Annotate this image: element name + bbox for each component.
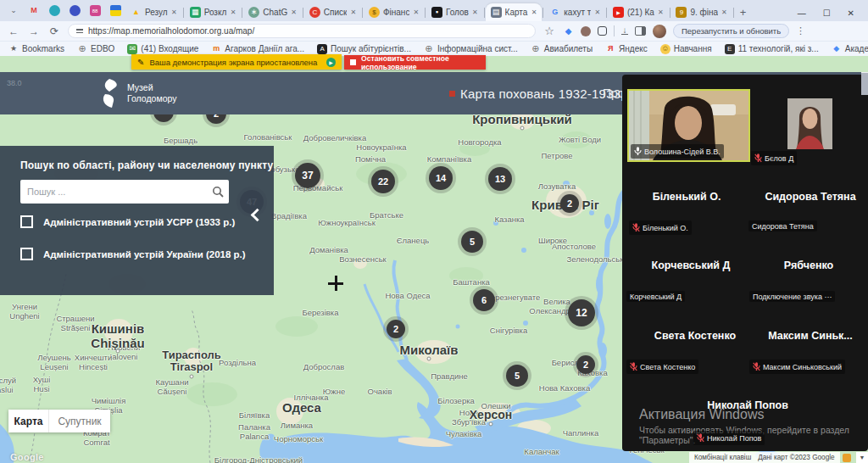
panel-collapse-chevron-icon[interactable]	[251, 209, 264, 222]
keyboard-shortcuts-link[interactable]: Комбінації клавіш	[694, 454, 751, 461]
pinned-tab[interactable]	[105, 2, 125, 20]
yt-icon: ▶	[613, 7, 624, 18]
forward-button[interactable]: →	[27, 25, 41, 37]
city-label: Вознесенськ	[339, 255, 387, 265]
checkbox-ukraine[interactable]	[20, 248, 33, 260]
tab-Резул[interactable]: ▲Резул✕	[125, 3, 182, 21]
burial-cluster-marker[interactable]: 2	[387, 320, 405, 338]
pinned-tab[interactable]	[64, 2, 85, 20]
tab-Голов[interactable]: ▪Голов✕	[426, 3, 483, 21]
tab-(21) Ка[interactable]: ▶(21) Ка✕	[608, 3, 669, 21]
burial-cluster-marker[interactable]: 2	[560, 194, 579, 213]
tab-close-icon[interactable]: ✕	[291, 8, 297, 16]
tab-close-icon[interactable]: ✕	[658, 8, 664, 16]
site-info-icon[interactable]	[76, 29, 83, 33]
about-nav-link[interactable]: Про	[603, 86, 625, 100]
profile-avatar[interactable]	[653, 25, 666, 38]
tab-close-icon[interactable]: ✕	[350, 8, 356, 16]
tab-ChatG[interactable]: ∗ChatG✕	[243, 3, 302, 21]
checkbox-row-ukraine[interactable]: Адміністративний устрій України (2018 р.…	[20, 248, 246, 260]
fin-icon: $	[369, 7, 380, 18]
url-text: https://map.memorialholodomor.org.ua/map…	[88, 26, 254, 36]
participant-video[interactable]	[787, 98, 832, 149]
toolbar-divider	[614, 25, 615, 36]
bookmark-star-icon[interactable]: ☆	[542, 25, 556, 37]
minimize-button[interactable]: —	[798, 8, 806, 18]
burial-cluster-marker[interactable]: 2	[576, 355, 595, 374]
active-speaker-video[interactable]: Волошина-Сідей В.В.	[627, 89, 750, 162]
new-tab-button[interactable]: +	[740, 6, 747, 19]
aBlack-icon: A	[317, 44, 327, 54]
resume-share-button[interactable]: ▶	[326, 58, 336, 67]
burial-cluster-marker[interactable]: 22	[371, 170, 395, 193]
city-label: Зеленодольськ	[567, 255, 624, 265]
checkbox-row-usrr[interactable]: Адміністративний устрій УСРР (1933 р.)	[20, 215, 235, 228]
burial-cluster-marker[interactable]: 5	[461, 231, 483, 253]
satellite-view-button[interactable]: Супутник	[48, 410, 110, 432]
search-input[interactable]	[20, 187, 207, 197]
downloads-icon[interactable]: ↓	[621, 27, 628, 36]
side-panel-icon[interactable]	[635, 26, 646, 36]
extension-icon-bear[interactable]	[581, 26, 591, 36]
tab-Розкл[interactable]: ▦Розкл✕	[185, 3, 242, 21]
pinned-tab[interactable]: ⌄	[3, 2, 24, 20]
tab-Списк[interactable]: CСписк✕	[304, 3, 361, 21]
browser-menu-icon[interactable]: ⋮	[796, 25, 805, 36]
tab-close-icon[interactable]: ✕	[472, 8, 478, 16]
reload-button[interactable]: ⟳	[47, 25, 61, 37]
pinned-tab[interactable]	[44, 2, 64, 20]
burial-cluster-marker[interactable]: 5	[506, 365, 528, 387]
bookmark-Bookmarks[interactable]: ★Bookmarks	[8, 44, 64, 54]
video-conference-panel: Волошина-Сідей В.В. Бєлов Д Біленький О.…	[622, 75, 868, 451]
bookmark-Авиабилеты[interactable]: ⊕Авиабилеты	[531, 44, 593, 54]
pinned-tab[interactable]: 88	[85, 2, 105, 20]
tab-Фінанс[interactable]: $Фінанс✕	[364, 3, 424, 21]
tab-9. фіна[interactable]: 99. фіна✕	[670, 3, 732, 21]
bookmark-11 технологій, які з...[interactable]: E11 технологій, які з...	[725, 44, 819, 54]
tab-Карта[interactable]: ▤Карта✕	[486, 3, 542, 21]
tab-close-icon[interactable]: ✕	[231, 8, 236, 16]
tab-кахут т[interactable]: Gкахут т✕	[544, 3, 605, 21]
bookmark-Інформаційна сист...[interactable]: ⊕Інформаційна сист...	[424, 44, 518, 54]
city-label-major: Херсон	[470, 409, 512, 421]
search-icon[interactable]	[207, 186, 229, 198]
stop-sharing-button[interactable]: Остановить совместное использование	[344, 55, 486, 70]
burial-cluster-marker[interactable]: 12	[568, 299, 595, 326]
burial-cluster-marker[interactable]: 13	[488, 167, 512, 191]
tab-close-icon[interactable]: ✕	[531, 8, 537, 16]
bookmark-Агарков Даніїл ага...[interactable]: mАгарков Даніїл ага...	[211, 44, 304, 54]
tab-close-icon[interactable]: ✕	[721, 8, 727, 16]
burial-cluster-marker[interactable]: 14	[429, 166, 453, 190]
back-button[interactable]: ←	[7, 25, 20, 37]
scrollbar-thumb[interactable]	[861, 73, 868, 95]
tab-close-icon[interactable]: ✕	[594, 8, 600, 16]
bookmark-Академия Google[interactable]: ◆Академия Google	[832, 44, 868, 54]
bookmark-(41) Входящие[interactable]: ✉(41) Входящие	[127, 44, 198, 54]
checkbox-usrr[interactable]	[20, 215, 33, 228]
city-label: Білозерка	[437, 397, 475, 406]
maximize-button[interactable]: ☐	[823, 8, 831, 18]
city-label: СтрашениStrășeni	[56, 315, 94, 333]
city-label-major: КишинівChișinău	[91, 322, 144, 350]
bookmark-Навчання[interactable]: ☺Навчання	[660, 44, 712, 54]
bookmark-Пошук абітурієнтів...[interactable]: AПошук абітурієнтів...	[317, 44, 411, 54]
tab-close-icon[interactable]: ✕	[171, 8, 177, 16]
burial-cluster-marker[interactable]: 37	[295, 163, 320, 188]
restart-update-button[interactable]: Перезапустить и обновить	[673, 24, 789, 38]
screen-share-paused-banner[interactable]: ✎ Ваша демонстрация экрана приостановлен…	[131, 54, 342, 70]
bookmark-EDBO[interactable]: ⊕EDBO	[77, 44, 114, 54]
attribution-dropdown[interactable]: ▼	[856, 452, 868, 463]
city-label: ЛеушеньLeușeni	[37, 354, 70, 372]
window-controls: —☐✕	[798, 8, 865, 21]
bookmark-Яндекс[interactable]: ЯЯндекс	[605, 44, 648, 54]
close-button[interactable]: ✕	[848, 8, 854, 18]
map-view-button[interactable]: Карта	[8, 410, 48, 432]
burial-cluster-marker[interactable]: 6	[473, 289, 495, 311]
extension-icon-blue[interactable]: ◆	[563, 25, 574, 36]
address-bar[interactable]: https://map.memorialholodomor.org.ua/map…	[68, 24, 536, 38]
pinned-tab[interactable]: M	[24, 2, 44, 20]
museum-logo[interactable]: Музей Голодомору	[98, 78, 176, 109]
tab-close-icon[interactable]: ✕	[413, 8, 419, 16]
extension-icon-outline[interactable]	[598, 26, 607, 36]
city-label: Білгород-Дністровський	[214, 456, 303, 463]
